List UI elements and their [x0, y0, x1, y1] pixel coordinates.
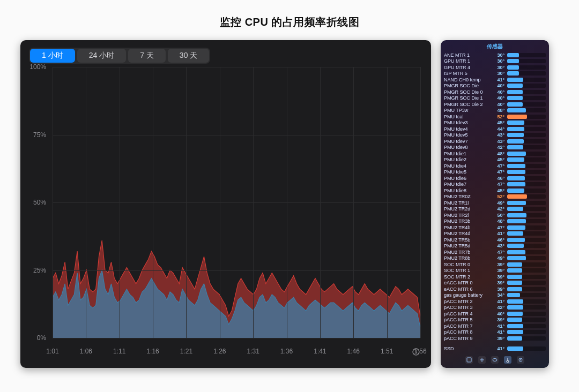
sensor-value: 43° — [493, 139, 506, 144]
sensor-name: PMGR SOC Die 1 — [444, 95, 491, 101]
sensor-row[interactable]: PMU tdev444° — [444, 126, 546, 132]
sensor-bar — [507, 207, 546, 211]
sensor-row[interactable]: ANE MTR 130° — [444, 52, 546, 58]
sensor-row[interactable]: NAND CH0 temp41° — [444, 77, 546, 83]
x-axis-label: 1:51 — [381, 348, 393, 355]
sensor-row[interactable]: PMU tdie845° — [444, 187, 546, 194]
sensor-value: 40° — [493, 83, 506, 88]
sensor-name: PMU tdie1 — [444, 151, 491, 156]
sensor-row[interactable]: PMU tdev743° — [444, 138, 546, 145]
sensor-value: 48° — [493, 151, 506, 156]
sensor-row[interactable]: PMU tcal52° — [444, 114, 546, 120]
sensor-row[interactable]: PMU tdie447° — [444, 163, 546, 169]
sensor-bar — [507, 225, 546, 230]
toolbar-sensor-icon[interactable] — [504, 356, 511, 364]
sensor-row[interactable]: SOC MTR 139° — [444, 268, 546, 274]
sensor-bar — [507, 256, 546, 260]
sensor-bar — [507, 231, 546, 236]
sensor-row[interactable]: pACC MTR 741° — [444, 323, 546, 329]
sensor-row[interactable]: SSD41° — [444, 346, 546, 352]
sensor-row[interactable]: pACC MTR 241° — [444, 298, 546, 305]
sensor-bar — [507, 318, 546, 322]
tab-30天[interactable]: 30 天 — [168, 49, 209, 63]
sensor-row[interactable]: PMU tdie747° — [444, 182, 546, 188]
sensor-row[interactable]: PMU tdev842° — [444, 145, 546, 151]
sensor-row[interactable]: pACC MTR 841° — [444, 329, 546, 336]
sensor-row[interactable]: PMGR SOC Die40° — [444, 83, 546, 89]
sensor-row[interactable]: PMU2 TR0Z52° — [444, 194, 546, 200]
sensor-row[interactable]: PMU tdie547° — [444, 169, 546, 176]
sensor-bar — [507, 59, 546, 63]
tab-1小时[interactable]: 1 小时 — [30, 49, 75, 63]
sensor-row[interactable]: pACC MTR 939° — [444, 335, 546, 342]
gridline-x — [320, 67, 321, 338]
sensor-row[interactable]: PMU TP3w48° — [444, 108, 546, 114]
sensor-bar — [507, 157, 546, 162]
sensor-row[interactable]: PMU2 TR5b46° — [444, 237, 546, 243]
sensor-panel-title: 传感器 — [441, 40, 549, 52]
sensor-name: PMU tdev5 — [444, 132, 491, 138]
sensor-row[interactable]: PMU tdev345° — [444, 120, 546, 126]
sensor-row[interactable]: PMGR SOC Die 040° — [444, 89, 546, 95]
sensor-row[interactable]: PMU2 TR2l50° — [444, 212, 546, 218]
sensor-row[interactable]: eACC MTR 039° — [444, 280, 546, 287]
sensor-bar — [507, 268, 546, 273]
sensor-row[interactable]: SOC MTR 239° — [444, 274, 546, 280]
sensor-row[interactable]: gas gauge battery34° — [444, 292, 546, 299]
sensor-row[interactable]: PMU2 TR7b47° — [444, 249, 546, 255]
sensor-row[interactable]: PMU2 TR5d43° — [444, 243, 546, 250]
sensor-row[interactable]: PMU2 TR2d42° — [444, 206, 546, 213]
sensor-row[interactable]: PMGR SOC Die 240° — [444, 101, 546, 108]
gridline-y — [53, 270, 420, 271]
sensor-value: 40° — [493, 311, 506, 316]
sensor-row[interactable]: pACC MTR 342° — [444, 305, 546, 311]
sensor-row[interactable]: PMU tdie148° — [444, 150, 546, 157]
sensor-row[interactable]: PMU2 TR8b49° — [444, 255, 546, 262]
sensor-name: PMGR SOC Die 0 — [444, 89, 491, 95]
tab-7天[interactable]: 7 天 — [128, 49, 166, 63]
sensor-value: 43° — [493, 132, 506, 138]
sensor-name: GPU MTR 4 — [444, 65, 491, 70]
sensor-row[interactable]: PMGR SOC Die 140° — [444, 95, 546, 102]
tab-24小时[interactable]: 24 小时 — [77, 49, 126, 63]
sensor-row[interactable]: GPU MTR 430° — [444, 64, 546, 71]
sensor-bar — [507, 250, 546, 254]
sensor-row[interactable]: pACC MTR 539° — [444, 317, 546, 323]
sensor-value: 48° — [493, 108, 506, 113]
sensor-value: 30° — [493, 52, 506, 58]
sensor-value: 47° — [493, 163, 506, 169]
toolbar-cpu-icon[interactable] — [465, 356, 473, 364]
gridline-x — [353, 67, 354, 338]
sensor-row[interactable]: GPU MTR 130° — [444, 58, 546, 65]
sensor-row[interactable]: PMU2 TR4d41° — [444, 231, 546, 237]
sensor-value: 48° — [493, 218, 506, 224]
sensor-bar — [507, 336, 546, 341]
sensor-value: 45° — [493, 120, 506, 125]
sensor-value: 43° — [493, 243, 506, 248]
sensor-row[interactable]: PMU tdie245° — [444, 157, 546, 163]
sensor-row[interactable]: eACC MTR 639° — [444, 286, 546, 292]
sensor-row[interactable]: PMU2 TR1l49° — [444, 200, 546, 206]
toolbar-disk-icon[interactable] — [491, 356, 499, 364]
sensor-row[interactable]: PMU2 TR4b47° — [444, 224, 546, 231]
sensor-bar — [507, 194, 546, 199]
sensor-name: SOC MTR 2 — [444, 274, 491, 280]
sensor-row[interactable]: PMU tdev543° — [444, 132, 546, 139]
sensor-row[interactable]: PMU2 TR3b48° — [444, 218, 546, 225]
sensor-name: PMU tdev7 — [444, 139, 491, 144]
sensor-bar — [507, 244, 546, 248]
sensor-bar — [507, 201, 546, 205]
sensor-value: 39° — [493, 287, 506, 292]
sensor-row[interactable]: SOC MTR 039° — [444, 261, 546, 268]
sensor-row[interactable]: pACC MTR 440° — [444, 311, 546, 317]
sensor-name: PMGR SOC Die 2 — [444, 102, 491, 107]
toolbar-settings-icon[interactable] — [517, 356, 524, 364]
toolbar-network-icon[interactable] — [478, 356, 486, 364]
x-axis-label: 1:21 — [180, 348, 192, 355]
sensor-row[interactable]: PMU tdie646° — [444, 175, 546, 182]
sensor-bar — [507, 108, 546, 112]
sensor-value: 49° — [493, 255, 506, 261]
sensor-value: 44° — [493, 126, 506, 132]
sensor-row[interactable]: ISP MTR 530° — [444, 71, 546, 77]
sensor-name: eACC MTR 6 — [444, 287, 491, 292]
